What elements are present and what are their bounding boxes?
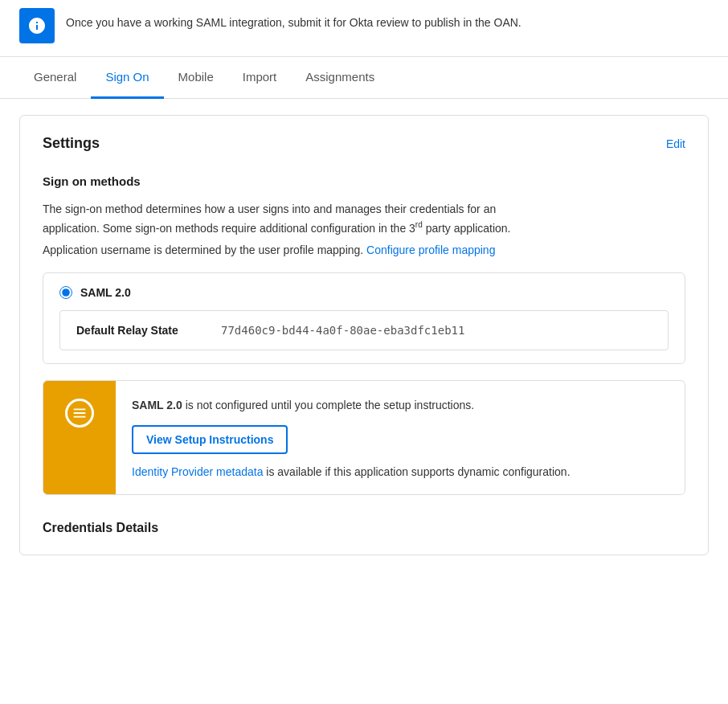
identity-provider-metadata-link[interactable]: Identity Provider metadata	[132, 465, 263, 478]
warning-icon	[65, 399, 94, 428]
tab-mobile[interactable]: Mobile	[164, 57, 228, 99]
tab-assignments[interactable]: Assignments	[291, 57, 389, 99]
info-banner: Once you have a working SAML integration…	[0, 0, 728, 57]
tab-general[interactable]: General	[19, 57, 91, 99]
saml-option-box: SAML 2.0 Default Relay State 77d460c9-bd…	[43, 272, 685, 364]
sign-on-methods-title: Sign on methods	[43, 174, 685, 188]
credentials-details-title: Credentials Details	[43, 514, 685, 535]
edit-link[interactable]: Edit	[666, 137, 685, 150]
saml-radio-row: SAML 2.0	[59, 286, 669, 299]
profile-mapping-text: Application username is determined by th…	[43, 244, 685, 256]
tab-navigation: General Sign On Mobile Import Assignment…	[0, 57, 728, 99]
relay-state-value: 77d460c9-bd44-4a0f-80ae-eba3dfc1eb11	[221, 324, 464, 337]
main-content: Settings Edit Sign on methods The sign-o…	[0, 99, 728, 571]
idp-metadata-text: Identity Provider metadata is available …	[132, 465, 669, 478]
tab-import[interactable]: Import	[228, 57, 292, 99]
banner-text: Once you have a working SAML integration…	[66, 8, 521, 29]
saml-radio[interactable]	[59, 286, 72, 299]
warning-banner: SAML 2.0 is not configured until you com…	[43, 380, 685, 495]
warning-sidebar	[43, 381, 116, 494]
sign-on-description: The sign-on method determines how a user…	[43, 201, 685, 237]
warning-content: SAML 2.0 is not configured until you com…	[116, 381, 685, 494]
configure-profile-mapping-link[interactable]: Configure profile mapping	[366, 244, 495, 256]
warning-text: SAML 2.0 is not configured until you com…	[132, 397, 669, 414]
relay-state-row: Default Relay State 77d460c9-bd44-4a0f-8…	[76, 324, 652, 337]
info-icon	[19, 8, 55, 43]
settings-card: Settings Edit Sign on methods The sign-o…	[19, 115, 709, 555]
saml-inner-box: Default Relay State 77d460c9-bd44-4a0f-8…	[59, 310, 669, 350]
settings-title: Settings	[43, 135, 100, 152]
view-setup-instructions-button[interactable]: View Setup Instructions	[132, 425, 288, 454]
relay-state-label: Default Relay State	[76, 324, 205, 337]
saml-radio-label: SAML 2.0	[80, 286, 131, 299]
settings-header: Settings Edit	[43, 135, 685, 152]
tab-sign-on[interactable]: Sign On	[91, 57, 163, 99]
